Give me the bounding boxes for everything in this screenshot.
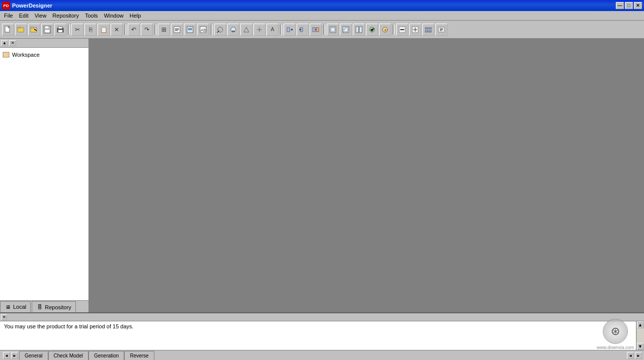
bottom-section: ✕ You may use the product for a trial pe…	[0, 312, 644, 360]
output-area: You may use the product for a trial peri…	[0, 321, 644, 350]
tab-local[interactable]: 🖥 Local	[0, 301, 31, 312]
tb-btn-16[interactable]	[366, 24, 378, 36]
tb-btn-17[interactable]: ×	[379, 24, 391, 36]
svg-rect-31	[425, 28, 428, 29]
output-message: You may use the product for a trial peri…	[4, 323, 134, 329]
menu-tools[interactable]: Tools	[82, 12, 101, 20]
separator-6	[323, 24, 326, 36]
scroll-down-button[interactable]: ▼	[637, 343, 644, 350]
panel-controls: ▲ ✕	[1, 40, 16, 46]
svg-rect-34	[429, 31, 431, 32]
app-icon: PD	[2, 2, 10, 10]
svg-rect-18	[287, 28, 290, 32]
menu-repository[interactable]: Repository	[49, 12, 82, 20]
tb-btn-10[interactable]	[284, 24, 296, 36]
print-button[interactable]	[54, 24, 66, 36]
close-button[interactable]: ✕	[634, 2, 642, 9]
svg-rect-7	[45, 26, 49, 29]
save-button[interactable]	[41, 24, 53, 36]
separator-2	[124, 24, 127, 36]
tb-btn-21[interactable]	[435, 24, 447, 36]
tabs-right-button[interactable]: ►	[635, 352, 642, 359]
redo-button[interactable]: ↷	[141, 24, 153, 36]
svg-rect-32	[429, 28, 431, 29]
output-wrapper: You may use the product for a trial peri…	[0, 321, 644, 350]
separator-5	[280, 24, 283, 36]
menu-edit[interactable]: Edit	[16, 12, 32, 20]
tree-item-workspace[interactable]: Workspace	[2, 50, 86, 60]
svg-rect-25	[359, 27, 362, 33]
panel-close-button[interactable]: ✕	[9, 40, 16, 46]
scroll-up-button[interactable]: ▲	[637, 321, 644, 328]
bottom-tab-reverse[interactable]: Reverse	[124, 351, 154, 360]
svg-text:Ab: Ab	[201, 28, 206, 33]
bottom-tab-check-model[interactable]: Check Model	[48, 351, 88, 360]
cut-button[interactable]: ✂	[71, 24, 83, 36]
tb-btn-15[interactable]	[353, 24, 365, 36]
tab-repository[interactable]: 🗄 Repository	[32, 301, 76, 312]
bottom-close-bar: ✕	[0, 313, 644, 321]
open2-button[interactable]	[28, 24, 40, 36]
watermark-logo: ⊛	[603, 319, 628, 344]
bottom-tabs-container: ◄ ► General Check Model Generation Rever…	[2, 351, 644, 360]
title-controls: — □ ✕	[616, 2, 642, 9]
svg-rect-11	[58, 30, 62, 32]
tabs-scroll-left-button[interactable]: ◄	[3, 352, 10, 359]
main-area: ▲ ✕ Workspace 🖥 L	[0, 39, 644, 360]
left-panel: ▲ ✕ Workspace 🖥 L	[0, 39, 89, 312]
tb-btn-7[interactable]	[240, 24, 252, 36]
svg-rect-8	[45, 30, 50, 33]
bottom-tab-general[interactable]: General	[19, 351, 48, 360]
scroll-track[interactable]	[637, 328, 644, 343]
menu-file[interactable]: File	[1, 12, 16, 20]
tb-btn-12[interactable]	[310, 24, 322, 36]
output-scrollbar: ▲ ▼	[636, 321, 644, 350]
tb-btn-14[interactable]	[340, 24, 352, 36]
tb-btn-1[interactable]: ⊞	[158, 24, 170, 36]
separator-7	[392, 24, 395, 36]
menu-window[interactable]: Window	[101, 12, 127, 20]
separator-4	[210, 24, 213, 36]
svg-rect-33	[425, 31, 428, 32]
bottom-tab-generation[interactable]: Generation	[88, 351, 124, 360]
copy-button[interactable]: ⎘	[84, 24, 97, 36]
tb-btn-5[interactable]	[214, 24, 226, 36]
tb-btn-3[interactable]	[184, 24, 196, 36]
tb-btn-18[interactable]	[396, 24, 408, 36]
svg-text:×: ×	[384, 28, 387, 33]
tb-btn-9[interactable]: A	[266, 24, 279, 36]
svg-rect-37	[4, 53, 6, 55]
panel-header: ▲ ✕	[0, 39, 88, 48]
new-button[interactable]	[2, 24, 14, 36]
paste-button[interactable]: 📋	[98, 24, 110, 36]
separator-3	[154, 24, 157, 36]
menu-help[interactable]: Help	[127, 12, 144, 20]
svg-rect-24	[356, 27, 358, 33]
tb-btn-13[interactable]	[327, 24, 339, 36]
title-bar: PD PowerDesigner — □ ✕	[0, 0, 644, 11]
minimize-button[interactable]: —	[616, 2, 624, 9]
canvas-area	[89, 39, 644, 312]
watermark: ⊛ www.downxia.com	[597, 319, 634, 350]
separator-1	[67, 24, 70, 36]
tb-btn-4[interactable]: Ab	[197, 24, 209, 36]
panel-minimize-button[interactable]: ▲	[1, 40, 8, 46]
tabs-scroll-right-button[interactable]: ►	[11, 352, 18, 359]
delete-button[interactable]: ✕	[111, 24, 123, 36]
tb-btn-8[interactable]	[253, 24, 265, 36]
maximize-button[interactable]: □	[625, 2, 633, 9]
tabs-left-button[interactable]: ◄	[627, 352, 634, 359]
tabs-right-nav: ◄ ►	[627, 352, 644, 359]
tb-btn-6[interactable]	[227, 24, 239, 36]
bottom-tabs-bar: ◄ ► General Check Model Generation Rever…	[0, 350, 644, 360]
undo-button[interactable]: ↶	[128, 24, 140, 36]
output-close-button[interactable]: ✕	[1, 314, 7, 320]
tb-btn-2[interactable]	[171, 24, 183, 36]
menu-view[interactable]: View	[32, 12, 50, 20]
tb-btn-20[interactable]	[422, 24, 434, 36]
tb-btn-19[interactable]	[409, 24, 421, 36]
watermark-site: www.downxia.com	[597, 345, 634, 350]
tb-btn-11[interactable]	[297, 24, 309, 36]
open-button[interactable]	[15, 24, 27, 36]
svg-rect-10	[58, 27, 62, 29]
